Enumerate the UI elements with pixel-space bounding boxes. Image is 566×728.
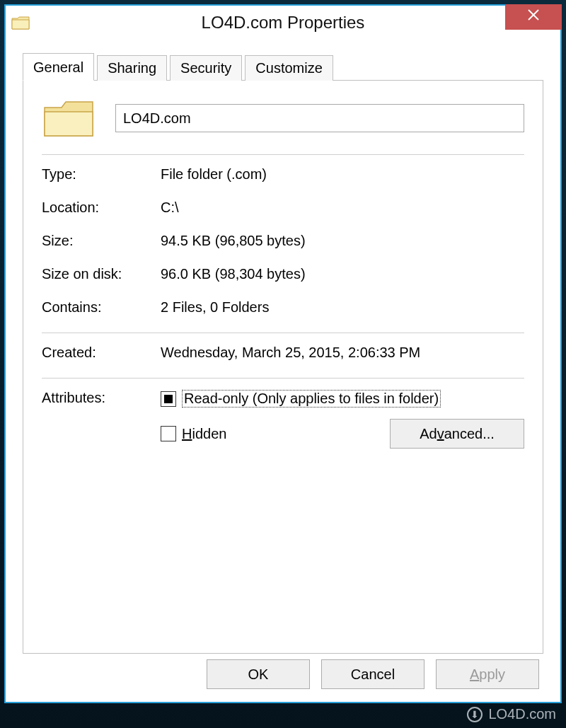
size-value: 94.5 KB (96,805 bytes) xyxy=(161,233,524,249)
type-value: File folder (.com) xyxy=(161,166,524,183)
window-title: LO4D.com Properties xyxy=(6,13,560,33)
tab-general[interactable]: General xyxy=(23,53,94,81)
hidden-checkbox[interactable] xyxy=(161,426,176,441)
tab-security[interactable]: Security xyxy=(170,55,242,81)
contains-label: Contains: xyxy=(42,299,161,316)
location-label: Location: xyxy=(42,200,161,216)
separator xyxy=(42,333,524,333)
cancel-button[interactable]: Cancel xyxy=(321,659,424,689)
close-button[interactable] xyxy=(505,4,562,30)
advanced-button[interactable]: Advanced... xyxy=(390,419,524,449)
checkbox-mixed-icon xyxy=(164,395,173,403)
created-label: Created: xyxy=(42,345,161,361)
dialog-button-bar: OK Cancel Apply xyxy=(7,659,559,689)
created-value: Wednesday, March 25, 2015, 2:06:33 PM xyxy=(161,345,524,361)
hidden-label[interactable]: Hidden xyxy=(182,426,226,442)
size-label: Size: xyxy=(42,233,161,249)
tab-sharing[interactable]: Sharing xyxy=(97,55,167,81)
folder-large-icon xyxy=(42,96,96,140)
close-icon xyxy=(526,8,541,26)
tabpane-general: Type: File folder (.com) Location: C:\ S… xyxy=(23,81,543,654)
tab-customize[interactable]: Customize xyxy=(245,55,333,81)
contains-value: 2 Files, 0 Folders xyxy=(161,299,524,316)
attributes-label: Attributes: xyxy=(42,390,161,449)
tabstrip: General Sharing Security Customize xyxy=(23,52,543,81)
separator xyxy=(42,378,524,379)
size-on-disk-value: 96.0 KB (98,304 bytes) xyxy=(161,266,524,282)
location-value: C:\ xyxy=(161,200,524,216)
watermark-icon: ⬇ xyxy=(467,707,483,722)
apply-button[interactable]: Apply xyxy=(436,659,539,689)
readonly-checkbox[interactable] xyxy=(161,391,176,407)
separator xyxy=(42,154,524,155)
size-on-disk-label: Size on disk: xyxy=(42,266,161,282)
watermark: ⬇ LO4D.com xyxy=(467,706,556,722)
type-label: Type: xyxy=(42,166,161,183)
readonly-label[interactable]: Read-only (Only applies to files in fold… xyxy=(182,390,441,408)
ok-button[interactable]: OK xyxy=(207,659,310,689)
properties-window: LO4D.com Properties General Sharing Secu… xyxy=(4,4,562,703)
folder-icon xyxy=(11,15,30,30)
window-titlebar[interactable]: LO4D.com Properties xyxy=(6,6,560,40)
window-client-area: General Sharing Security Customize Type:… xyxy=(7,40,559,700)
watermark-text: LO4D.com xyxy=(488,706,556,722)
folder-name-input[interactable] xyxy=(115,104,524,132)
